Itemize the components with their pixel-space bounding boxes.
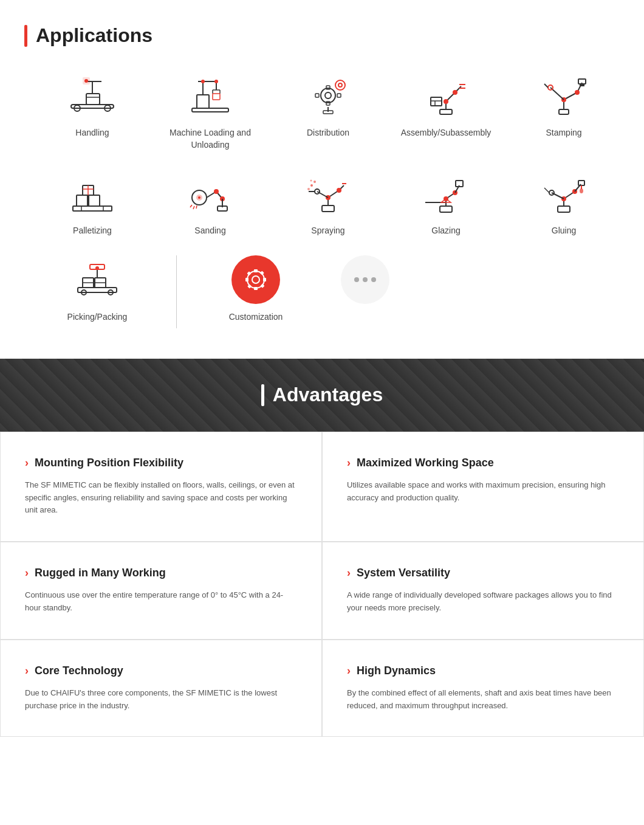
glazing-label: Glazing xyxy=(431,225,460,237)
svg-point-19 xyxy=(214,80,218,83)
svg-rect-10 xyxy=(197,95,209,108)
svg-point-26 xyxy=(335,80,345,90)
advantage-5-title: High Dynamics xyxy=(357,664,436,677)
picking-packing-icon xyxy=(70,255,125,304)
advantage-1-title-row: › Maximized Working Space xyxy=(347,457,619,469)
svg-rect-56 xyxy=(89,195,100,206)
assembly-icon xyxy=(419,71,473,120)
advantage-4-title: Core Technology xyxy=(35,664,123,677)
app-glazing[interactable]: Glazing xyxy=(390,169,502,237)
svg-line-107 xyxy=(544,188,549,193)
svg-rect-38 xyxy=(431,97,442,106)
svg-rect-30 xyxy=(440,109,452,114)
svg-rect-122 xyxy=(245,278,248,281)
palletizing-icon xyxy=(65,169,120,218)
handling-label: Handling xyxy=(75,127,109,139)
svg-line-71 xyxy=(196,205,197,209)
app-handling[interactable]: Handling xyxy=(36,71,148,151)
app-sanding[interactable]: Sanding xyxy=(154,169,266,237)
advantage-1-title: Maximized Working Space xyxy=(357,457,494,469)
svg-point-80 xyxy=(313,181,316,183)
svg-rect-123 xyxy=(263,278,266,281)
advantages-title-area: Advantages xyxy=(261,384,383,406)
sanding-label: Sanding xyxy=(194,225,225,237)
dot-2 xyxy=(363,277,368,282)
advantage-2-title: Rugged in Many Working xyxy=(35,567,166,579)
svg-point-65 xyxy=(214,189,219,194)
stamping-label: Stamping xyxy=(546,127,581,139)
svg-rect-29 xyxy=(323,111,333,114)
svg-rect-72 xyxy=(322,205,334,212)
advantage-3-body: A wide range of individually developed s… xyxy=(347,589,619,615)
row3-divider xyxy=(176,255,177,328)
advantage-0-title-row: › Mounting Position Flexibility xyxy=(25,457,297,469)
advantages-grid: › Mounting Position Flexibility The SF M… xyxy=(0,432,644,737)
svg-point-27 xyxy=(338,83,342,87)
svg-rect-17 xyxy=(213,94,220,100)
advantages-section-header: Advantages xyxy=(0,359,644,432)
svg-point-117 xyxy=(95,266,99,270)
svg-point-104 xyxy=(580,188,583,193)
advantages-heading: Advantages xyxy=(273,384,383,406)
svg-point-21 xyxy=(325,92,331,98)
svg-point-119 xyxy=(252,276,259,283)
title-bar-accent xyxy=(24,25,27,47)
dot-1 xyxy=(354,277,359,282)
svg-point-20 xyxy=(321,88,335,103)
svg-rect-124 xyxy=(247,271,251,275)
app-machine-loading[interactable]: Machine Loading and Unloading xyxy=(154,71,266,151)
distribution-icon xyxy=(301,71,355,120)
advantages-title-bar xyxy=(261,384,264,406)
spraying-label: Spraying xyxy=(311,225,344,237)
applications-section: Applications xyxy=(0,0,644,359)
apps-row-3: Picking/Packing xyxy=(24,255,632,328)
palletizing-label: Palletizing xyxy=(73,225,112,237)
advantage-4-body: Due to CHAIFU's three core components, t… xyxy=(25,687,297,713)
app-customization[interactable]: Customization xyxy=(195,255,317,323)
app-stamping[interactable]: Stamping xyxy=(508,71,620,151)
app-picking-packing[interactable]: Picking/Packing xyxy=(36,255,158,323)
app-distribution[interactable]: Distribution xyxy=(272,71,384,151)
spraying-icon xyxy=(301,169,355,218)
stamping-icon xyxy=(536,71,591,120)
advantage-card-2: › Rugged in Many Working Continuous use … xyxy=(0,542,322,640)
customization-label: Customization xyxy=(229,311,283,323)
app-gluing[interactable]: Gluing xyxy=(508,169,620,237)
svg-point-79 xyxy=(310,184,313,187)
svg-point-46 xyxy=(575,90,580,95)
advantage-card-3: › System Versatility A wide range of ind… xyxy=(322,542,644,640)
chevron-icon-2: › xyxy=(25,567,29,579)
chevron-icon-4: › xyxy=(25,664,29,677)
svg-point-62 xyxy=(198,196,200,199)
picking-packing-label: Picking/Packing xyxy=(67,311,128,323)
svg-rect-120 xyxy=(254,269,258,272)
dot-3 xyxy=(371,277,376,282)
svg-point-81 xyxy=(307,188,310,190)
dots-area xyxy=(329,255,389,304)
handling-icon xyxy=(65,71,120,120)
advantage-card-5: › High Dynamics By the combined effect o… xyxy=(322,640,644,737)
glazing-icon xyxy=(419,169,473,218)
svg-line-70 xyxy=(193,206,194,209)
svg-rect-126 xyxy=(247,284,252,288)
machine-loading-label: Machine Loading and Unloading xyxy=(154,127,266,151)
advantage-1-body: Utilizes available space and works with … xyxy=(347,479,619,505)
svg-point-34 xyxy=(444,99,448,104)
advantage-3-title-row: › System Versatility xyxy=(347,567,619,579)
app-assembly[interactable]: Assembly/Subassembly xyxy=(390,71,502,151)
gluing-icon xyxy=(536,169,591,218)
svg-rect-48 xyxy=(580,84,584,86)
assembly-label: Assembly/Subassembly xyxy=(401,127,492,139)
chevron-icon-1: › xyxy=(347,457,351,469)
advantage-4-title-row: › Core Technology xyxy=(25,664,297,677)
advantage-0-title: Mounting Position Flexibility xyxy=(35,457,183,469)
machine-loading-icon xyxy=(183,71,238,120)
svg-rect-25 xyxy=(337,94,341,97)
svg-line-51 xyxy=(544,84,548,88)
chevron-icon-0: › xyxy=(25,457,29,469)
app-palletizing[interactable]: Palletizing xyxy=(36,169,148,237)
svg-point-35 xyxy=(453,90,457,95)
svg-rect-3 xyxy=(86,94,100,105)
svg-point-8 xyxy=(84,79,88,83)
app-spraying[interactable]: Spraying xyxy=(272,169,384,237)
